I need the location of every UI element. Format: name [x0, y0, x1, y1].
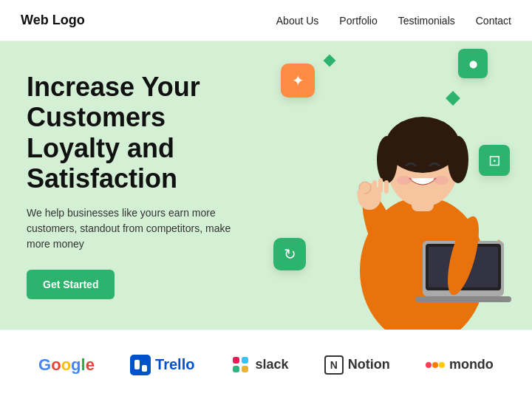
float-card-star: ✦: [281, 64, 315, 98]
svg-rect-13: [372, 180, 377, 194]
notion-label: Notion: [348, 357, 390, 372]
brand-monday: mondo: [426, 357, 494, 372]
nav-testimonials[interactable]: Testimonials: [398, 15, 455, 27]
slack-cell-3: [233, 366, 239, 372]
nav-portfolio[interactable]: Portfolio: [339, 15, 377, 27]
slack-cell-4: [242, 366, 248, 372]
slack-label: slack: [256, 357, 289, 372]
trello-bar-left: [134, 360, 140, 369]
google-logo: Google: [38, 355, 95, 375]
brands-section: Google Trello slack N Notion: [0, 330, 532, 399]
hero-description: We help businesses like yours earn more …: [27, 205, 248, 252]
nav: About Us Portfolio Testimonials Contact: [276, 15, 511, 27]
hero-section: Increase Your Customers Loyalty and Sati…: [0, 41, 532, 330]
brand-slack: slack: [231, 355, 289, 375]
slack-cell-1: [233, 357, 239, 364]
nav-contact[interactable]: Contact: [476, 15, 511, 27]
slack-icon: [231, 355, 251, 375]
woman-illustration: [327, 71, 519, 330]
diamond-green-2: [324, 55, 336, 67]
slack-cell-2: [242, 357, 248, 364]
get-started-button[interactable]: Get Started: [27, 270, 115, 299]
star-icon: ✦: [292, 72, 304, 89]
svg-point-7: [397, 176, 412, 185]
brand-google: Google: [38, 355, 95, 375]
trello-label: Trello: [155, 356, 194, 373]
svg-rect-15: [384, 180, 389, 194]
svg-rect-14: [378, 178, 383, 193]
monday-icon: [426, 362, 445, 368]
trello-bar-right: [142, 365, 147, 372]
hero-image-area: ✦ ⬤ ⊡ ↻: [236, 41, 532, 330]
monday-dot-yellow: [439, 362, 445, 368]
brand-trello: Trello: [130, 355, 194, 375]
notion-n: N: [330, 359, 338, 371]
svg-rect-19: [415, 296, 511, 302]
hero-title: Increase Your Customers Loyalty and Sati…: [27, 72, 248, 194]
svg-point-8: [434, 176, 449, 185]
float-card-bottom-left: ↻: [273, 238, 306, 270]
recycle-icon: ↻: [284, 245, 296, 263]
slack-grid: [233, 357, 249, 373]
monday-label: mondo: [449, 357, 494, 372]
header: Web Logo About Us Portfolio Testimonials…: [0, 0, 532, 41]
brand-notion: N Notion: [324, 355, 390, 375]
svg-point-12: [357, 189, 364, 197]
nav-about[interactable]: About Us: [276, 15, 319, 27]
trello-icon: [130, 355, 151, 375]
monday-dot-orange: [432, 362, 438, 368]
svg-rect-6: [387, 137, 458, 160]
notion-icon: N: [324, 355, 344, 375]
monday-dot-red: [426, 362, 432, 368]
hero-content: Increase Your Customers Loyalty and Sati…: [27, 72, 248, 300]
orange-dot-icon: ⬤: [469, 60, 477, 68]
logo: Web Logo: [21, 13, 85, 28]
